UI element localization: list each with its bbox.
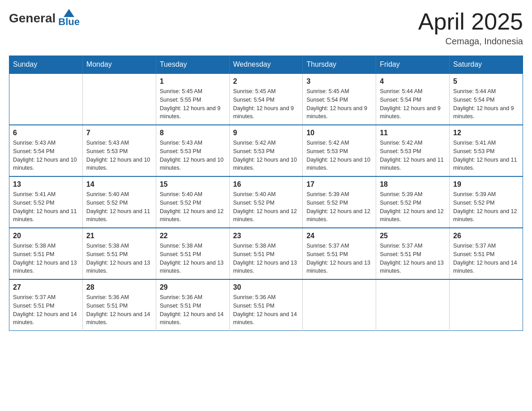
day-number: 13 — [13, 180, 79, 188]
day-info: Sunrise: 5:40 AMSunset: 5:52 PMDaylight:… — [233, 190, 299, 224]
day-number: 25 — [380, 232, 446, 240]
calendar-cell: 15Sunrise: 5:40 AMSunset: 5:52 PMDayligh… — [156, 176, 229, 228]
day-number: 5 — [453, 77, 519, 86]
day-number: 30 — [233, 283, 299, 291]
day-info: Sunrise: 5:41 AMSunset: 5:53 PMDaylight:… — [453, 139, 519, 172]
weekday-header-monday: Monday — [82, 56, 156, 74]
month-year-title: April 2025 — [418, 9, 523, 34]
calendar-cell: 2Sunrise: 5:45 AMSunset: 5:54 PMDaylight… — [229, 73, 303, 125]
day-info: Sunrise: 5:45 AMSunset: 5:54 PMDaylight:… — [233, 87, 299, 121]
day-info: Sunrise: 5:39 AMSunset: 5:52 PMDaylight:… — [380, 190, 446, 224]
calendar-week-row: 13Sunrise: 5:41 AMSunset: 5:52 PMDayligh… — [9, 176, 523, 228]
day-info: Sunrise: 5:38 AMSunset: 5:51 PMDaylight:… — [86, 242, 152, 275]
day-number: 4 — [380, 77, 446, 86]
day-number: 9 — [233, 129, 299, 137]
weekday-header-tuesday: Tuesday — [156, 56, 229, 74]
calendar-cell: 21Sunrise: 5:38 AMSunset: 5:51 PMDayligh… — [82, 228, 156, 279]
calendar-cell: 29Sunrise: 5:36 AMSunset: 5:51 PMDayligh… — [156, 279, 229, 331]
calendar-cell: 10Sunrise: 5:42 AMSunset: 5:53 PMDayligh… — [303, 125, 376, 176]
day-info: Sunrise: 5:38 AMSunset: 5:51 PMDaylight:… — [233, 242, 299, 275]
day-number: 2 — [233, 77, 299, 86]
day-info: Sunrise: 5:41 AMSunset: 5:52 PMDaylight:… — [13, 190, 79, 224]
calendar-cell: 18Sunrise: 5:39 AMSunset: 5:52 PMDayligh… — [376, 176, 450, 228]
calendar-cell: 23Sunrise: 5:38 AMSunset: 5:51 PMDayligh… — [229, 228, 303, 279]
logo: General Blue — [9, 9, 80, 28]
day-info: Sunrise: 5:39 AMSunset: 5:52 PMDaylight:… — [306, 190, 372, 224]
day-info: Sunrise: 5:45 AMSunset: 5:54 PMDaylight:… — [306, 87, 372, 121]
day-number: 21 — [86, 232, 152, 240]
day-number: 14 — [86, 180, 152, 188]
day-number: 26 — [453, 232, 519, 240]
calendar-cell: 8Sunrise: 5:43 AMSunset: 5:53 PMDaylight… — [156, 125, 229, 176]
calendar-cell: 11Sunrise: 5:42 AMSunset: 5:53 PMDayligh… — [376, 125, 450, 176]
calendar-cell: 22Sunrise: 5:38 AMSunset: 5:51 PMDayligh… — [156, 228, 229, 279]
day-number: 22 — [160, 232, 226, 240]
day-info: Sunrise: 5:43 AMSunset: 5:54 PMDaylight:… — [13, 139, 79, 172]
weekday-header-thursday: Thursday — [303, 56, 376, 74]
day-info: Sunrise: 5:37 AMSunset: 5:51 PMDaylight:… — [453, 242, 519, 275]
day-number: 19 — [453, 180, 519, 188]
day-info: Sunrise: 5:38 AMSunset: 5:51 PMDaylight:… — [13, 242, 79, 275]
day-info: Sunrise: 5:44 AMSunset: 5:54 PMDaylight:… — [380, 87, 446, 121]
calendar-body: 1Sunrise: 5:45 AMSunset: 5:55 PMDaylight… — [9, 73, 523, 331]
day-info: Sunrise: 5:42 AMSunset: 5:53 PMDaylight:… — [380, 139, 446, 172]
logo-general-text: General — [9, 11, 56, 26]
weekday-header-friday: Friday — [376, 56, 450, 74]
calendar-cell: 5Sunrise: 5:44 AMSunset: 5:54 PMDaylight… — [450, 73, 523, 125]
day-info: Sunrise: 5:39 AMSunset: 5:52 PMDaylight:… — [453, 190, 519, 224]
day-info: Sunrise: 5:43 AMSunset: 5:53 PMDaylight:… — [160, 139, 226, 172]
day-info: Sunrise: 5:44 AMSunset: 5:54 PMDaylight:… — [453, 87, 519, 121]
weekday-header-saturday: Saturday — [450, 56, 523, 74]
location-subtitle: Cemaga, Indonesia — [418, 36, 523, 47]
day-info: Sunrise: 5:36 AMSunset: 5:51 PMDaylight:… — [86, 293, 152, 327]
calendar-cell: 9Sunrise: 5:42 AMSunset: 5:53 PMDaylight… — [229, 125, 303, 176]
calendar-cell: 30Sunrise: 5:36 AMSunset: 5:51 PMDayligh… — [229, 279, 303, 331]
calendar-week-row: 6Sunrise: 5:43 AMSunset: 5:54 PMDaylight… — [9, 125, 523, 176]
day-info: Sunrise: 5:38 AMSunset: 5:51 PMDaylight:… — [160, 242, 226, 275]
day-number: 12 — [453, 129, 519, 137]
weekday-header-sunday: Sunday — [9, 56, 83, 74]
weekday-header-wednesday: Wednesday — [229, 56, 303, 74]
day-info: Sunrise: 5:43 AMSunset: 5:53 PMDaylight:… — [86, 139, 152, 172]
calendar-cell — [303, 279, 376, 331]
day-info: Sunrise: 5:37 AMSunset: 5:51 PMDaylight:… — [380, 242, 446, 275]
weekday-header-row: SundayMondayTuesdayWednesdayThursdayFrid… — [9, 56, 523, 74]
day-info: Sunrise: 5:42 AMSunset: 5:53 PMDaylight:… — [306, 139, 372, 172]
calendar-week-row: 1Sunrise: 5:45 AMSunset: 5:55 PMDaylight… — [9, 73, 523, 125]
day-number: 20 — [13, 232, 79, 240]
calendar-cell: 20Sunrise: 5:38 AMSunset: 5:51 PMDayligh… — [9, 228, 83, 279]
day-number: 6 — [13, 129, 79, 137]
calendar-cell: 17Sunrise: 5:39 AMSunset: 5:52 PMDayligh… — [303, 176, 376, 228]
day-number: 1 — [160, 77, 226, 86]
calendar-cell: 7Sunrise: 5:43 AMSunset: 5:53 PMDaylight… — [82, 125, 156, 176]
calendar-cell — [376, 279, 450, 331]
day-number: 27 — [13, 283, 79, 291]
calendar-table: SundayMondayTuesdayWednesdayThursdayFrid… — [9, 56, 523, 331]
day-info: Sunrise: 5:36 AMSunset: 5:51 PMDaylight:… — [160, 293, 226, 327]
day-number: 11 — [380, 129, 446, 137]
calendar-cell: 14Sunrise: 5:40 AMSunset: 5:52 PMDayligh… — [82, 176, 156, 228]
day-number: 28 — [86, 283, 152, 291]
day-number: 17 — [306, 180, 372, 188]
day-number: 8 — [160, 129, 226, 137]
calendar-cell: 24Sunrise: 5:37 AMSunset: 5:51 PMDayligh… — [303, 228, 376, 279]
logo-icon: Blue — [58, 9, 80, 28]
day-number: 3 — [306, 77, 372, 86]
day-number: 15 — [160, 180, 226, 188]
calendar-header: SundayMondayTuesdayWednesdayThursdayFrid… — [9, 56, 523, 74]
day-number: 24 — [306, 232, 372, 240]
day-info: Sunrise: 5:37 AMSunset: 5:51 PMDaylight:… — [306, 242, 372, 275]
day-info: Sunrise: 5:36 AMSunset: 5:51 PMDaylight:… — [233, 293, 299, 327]
calendar-cell — [9, 73, 83, 125]
day-number: 7 — [86, 129, 152, 137]
calendar-week-row: 20Sunrise: 5:38 AMSunset: 5:51 PMDayligh… — [9, 228, 523, 279]
calendar-cell: 26Sunrise: 5:37 AMSunset: 5:51 PMDayligh… — [450, 228, 523, 279]
day-number: 16 — [233, 180, 299, 188]
calendar-cell: 1Sunrise: 5:45 AMSunset: 5:55 PMDaylight… — [156, 73, 229, 125]
calendar-cell: 28Sunrise: 5:36 AMSunset: 5:51 PMDayligh… — [82, 279, 156, 331]
calendar-cell — [82, 73, 156, 125]
day-info: Sunrise: 5:37 AMSunset: 5:51 PMDaylight:… — [13, 293, 79, 327]
title-section: April 2025 Cemaga, Indonesia — [418, 9, 523, 47]
calendar-cell: 16Sunrise: 5:40 AMSunset: 5:52 PMDayligh… — [229, 176, 303, 228]
day-info: Sunrise: 5:42 AMSunset: 5:53 PMDaylight:… — [233, 139, 299, 172]
